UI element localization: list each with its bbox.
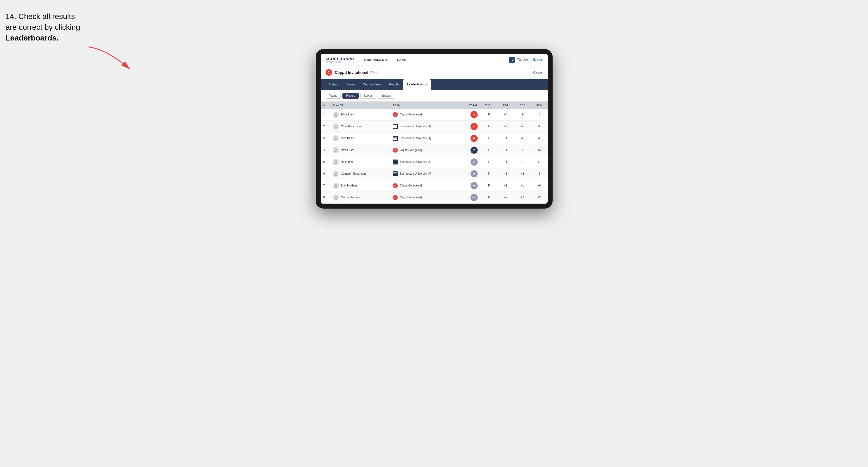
player-cell: Elliot Ebert (330, 109, 390, 121)
user-icon: TU (509, 57, 515, 63)
table-row: 1 Elliot Ebert C Clippd College [A] -8 (321, 109, 548, 121)
total-cell: -8 (457, 109, 480, 121)
table-row: 3 Rich Butler Scoreboard University [A] … (321, 132, 548, 144)
tab-leaderboards[interactable]: Leaderboards (403, 79, 431, 90)
team-cell: C Clippd College [A] (390, 109, 457, 121)
svg-point-7 (335, 148, 337, 150)
tab-teams[interactable]: Teams (342, 79, 359, 90)
tabs-bar: Details Teams Course Setup Results Leade… (321, 79, 548, 90)
svg-point-15 (335, 196, 337, 197)
col-player-header: PLAYER (330, 102, 390, 109)
logo-area: SCOREBOARD Powered by clippd (326, 57, 354, 63)
filter-strokes[interactable]: Strokes (378, 93, 394, 99)
table-row: 6 Cameron Robertson Scoreboard Universit… (321, 168, 548, 180)
player-name: Cameron Robertson (341, 172, 366, 175)
rank-cell: 7 (321, 180, 330, 191)
team-cell: Scoreboard University [A] (390, 132, 457, 144)
rank-cell: 5 (321, 156, 330, 168)
nav-tournaments[interactable]: TOURNAMENTS (363, 57, 389, 63)
player-name: Chris Robertson (341, 125, 361, 128)
rd2-cell: +1 (514, 180, 531, 191)
nav-bar: SCOREBOARD Powered by clippd TOURNAMENTS… (321, 54, 548, 66)
col-rd1-header: RD1 (497, 102, 514, 109)
rd3-cell: -1 (531, 132, 548, 144)
team-name: Clippd College [A] (400, 149, 422, 152)
thru-cell: F (480, 191, 497, 203)
tab-results[interactable]: Results (385, 79, 403, 90)
filter-players[interactable]: Players (342, 93, 359, 99)
player-name: Blair McHarg (341, 184, 357, 187)
logo-text: SCOREBOARD (326, 57, 354, 61)
rd3-cell: -1 (531, 168, 548, 180)
rd1-cell: +2 (497, 180, 514, 191)
team-cell: C Clippd College [A] (390, 191, 457, 203)
team-logo-clippd: C (393, 183, 398, 188)
team-cell: C Clippd College [A] (390, 144, 457, 156)
player-avatar (333, 183, 339, 189)
logo-sub: Powered by clippd (326, 61, 354, 63)
rank-cell: 6 (321, 168, 330, 180)
team-cell: C Clippd College [A] (390, 180, 457, 191)
score-badge: -8 (470, 111, 478, 118)
team-logo-scoreboard (393, 136, 398, 141)
total-cell: -4 (457, 120, 480, 132)
total-cell: E (457, 144, 480, 156)
instruction-line2: are correct by clicking (5, 23, 80, 31)
filter-scores[interactable]: Scores (360, 93, 376, 99)
rd1-cell: +2 (497, 191, 514, 203)
cancel-button[interactable]: Cancel (533, 71, 542, 74)
team-name: Scoreboard University [A] (400, 137, 431, 140)
team-name: Scoreboard University [A] (400, 160, 431, 163)
team-cell: Scoreboard University [A] (390, 156, 457, 168)
rd3-cell: +3 (531, 144, 548, 156)
team-logo-clippd: C (393, 148, 398, 153)
score-badge: -4 (470, 123, 478, 130)
team-logo-scoreboard (393, 159, 398, 164)
instruction-line1: 14. Check all results (5, 12, 75, 21)
player-name: Elliot Ebert (341, 113, 354, 116)
player-avatar (333, 171, 339, 177)
table-row: 7 Blair McHarg C Clippd College [A] +9 (321, 180, 548, 191)
svg-point-5 (335, 136, 337, 138)
tab-course-setup[interactable]: Course Setup (359, 79, 385, 90)
player-cell: Chris Robertson (330, 120, 390, 132)
player-cell: Blair McHarg (330, 180, 390, 191)
rd3-cell: -5 (531, 109, 548, 121)
team-name: Clippd College [A] (400, 196, 422, 199)
team-logo-scoreboard (393, 172, 398, 176)
svg-point-8 (334, 151, 337, 152)
player-name: Rees Britt (341, 160, 353, 163)
svg-point-13 (335, 184, 337, 186)
player-cell: Rich Butler (330, 132, 390, 144)
svg-point-4 (334, 127, 337, 129)
total-cell: +11 (457, 191, 480, 203)
tab-details[interactable]: Details (326, 79, 343, 90)
player-avatar (333, 194, 339, 200)
filter-teams[interactable]: Teams (326, 93, 341, 99)
col-rd3-header: RD3 (531, 102, 548, 109)
tournament-logo: C (326, 69, 332, 76)
score-badge: -2 (470, 135, 478, 142)
signout-link[interactable]: Sign out (532, 58, 543, 61)
tournament-name: Clippd Invitational (335, 70, 368, 75)
rd1-cell: +1 (497, 144, 514, 156)
score-badge: +6 (470, 170, 478, 178)
team-logo-scoreboard (393, 124, 398, 129)
player-cell: David Ford (330, 144, 390, 156)
player-cell: Rees Britt (330, 156, 390, 168)
user-label: Test User | (517, 58, 530, 61)
nav-teams[interactable]: TEAMS (395, 57, 406, 63)
team-logo-clippd: C (393, 195, 398, 200)
table-row: 2 Chris Robertson Scoreboard University … (321, 120, 548, 132)
nav-right: TU Test User | Sign out (509, 57, 542, 63)
total-cell: +6 (457, 168, 480, 180)
tablet-screen: SCOREBOARD Powered by clippd TOURNAMENTS… (321, 54, 548, 204)
rank-cell: 2 (321, 120, 330, 132)
team-cell: Scoreboard University [A] (390, 120, 457, 132)
rd3-cell: E (531, 156, 548, 168)
leaderboard-table: # PLAYER TEAM TOTAL THRU RD1 RD2 RD3 1 (321, 102, 548, 204)
col-rd2-header: RD2 (514, 102, 531, 109)
team-name: Scoreboard University [A] (400, 125, 431, 128)
player-name: David Ford (341, 149, 354, 152)
instruction-text: 14. Check all results are correct by cli… (5, 11, 110, 43)
